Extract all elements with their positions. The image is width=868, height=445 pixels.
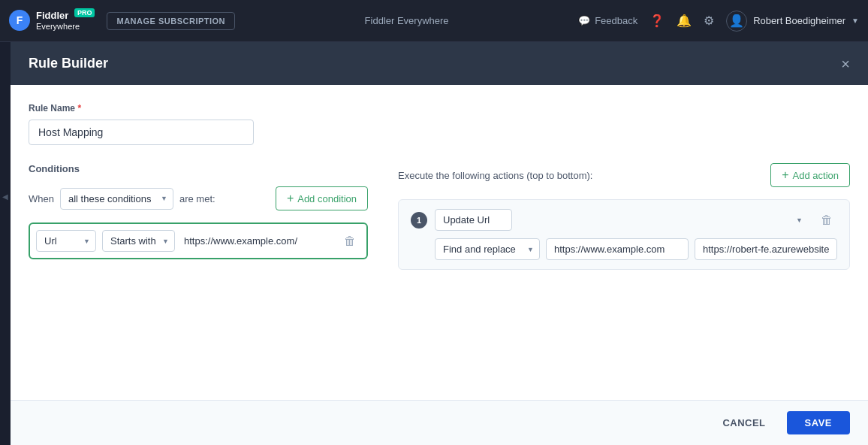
conditions-header: When all these conditions are met: + Add… bbox=[29, 186, 368, 210]
save-button[interactable]: SAVE bbox=[787, 411, 850, 434]
action-find-input[interactable] bbox=[546, 238, 689, 260]
user-name: Robert Boedigheimer bbox=[753, 15, 845, 26]
pro-badge: PRO bbox=[74, 8, 95, 17]
sidebar-arrow-icon: ◀ bbox=[2, 192, 8, 201]
modal-footer: CANCEL SAVE bbox=[11, 400, 868, 445]
action-row-top: 1 Update Url 🗑 bbox=[411, 209, 837, 231]
notification-icon[interactable]: 🔔 bbox=[677, 14, 692, 28]
modal-title: Rule Builder bbox=[29, 56, 108, 71]
logo-sub: Everywhere bbox=[36, 22, 95, 32]
cancel-button[interactable]: CANCEL bbox=[710, 411, 777, 434]
condition-type-dropdown[interactable]: Url bbox=[36, 230, 96, 252]
sidebar: ◀ bbox=[0, 42, 11, 445]
actions-section: Execute the following actions (top to bo… bbox=[398, 163, 850, 270]
rule-builder-modal: Rule Builder × Rule Name * Conditions Wh… bbox=[11, 42, 868, 445]
feedback-icon: 💬 bbox=[578, 15, 590, 26]
modal-header: Rule Builder × bbox=[11, 42, 868, 85]
conditions-dropdown-wrapper[interactable]: all these conditions bbox=[60, 188, 173, 210]
sections-row: Conditions When all these conditions are… bbox=[29, 163, 850, 270]
topbar-right: 💬 Feedback ❓ 🔔 ⚙ 👤 Robert Boedigheimer ▼ bbox=[578, 11, 859, 32]
settings-icon[interactable]: ⚙ bbox=[704, 14, 714, 28]
plus-icon-action: + bbox=[782, 168, 788, 182]
add-condition-button[interactable]: + Add condition bbox=[276, 186, 368, 210]
conditions-dropdown[interactable]: all these conditions bbox=[60, 188, 173, 210]
condition-operator-dropdown[interactable]: Starts with bbox=[102, 230, 175, 252]
plus-icon: + bbox=[287, 192, 294, 205]
action-sub-type-wrapper[interactable]: Find and replace bbox=[435, 238, 540, 260]
user-chevron-icon: ▼ bbox=[851, 17, 859, 25]
action-card: 1 Update Url 🗑 Find and rep bbox=[398, 199, 850, 270]
action-replace-input[interactable] bbox=[695, 238, 837, 260]
app-title: Fiddler Everywhere bbox=[235, 15, 578, 26]
condition-operator-wrapper[interactable]: Starts with bbox=[102, 230, 175, 252]
action-type-dropdown[interactable]: Update Url bbox=[435, 209, 512, 231]
action-type-wrapper[interactable]: Update Url bbox=[435, 209, 809, 231]
logo-area: F Fiddler PRO Everywhere bbox=[9, 9, 95, 32]
are-met-label: are met: bbox=[179, 193, 215, 204]
action-delete-icon[interactable]: 🗑 bbox=[816, 212, 837, 229]
actions-header: Execute the following actions (top to bo… bbox=[398, 163, 850, 187]
modal-close-button[interactable]: × bbox=[841, 56, 850, 71]
conditions-section: Conditions When all these conditions are… bbox=[29, 163, 368, 270]
add-action-button[interactable]: + Add action bbox=[770, 163, 850, 187]
logo-name: Fiddler PRO bbox=[36, 9, 95, 22]
action-number: 1 bbox=[411, 212, 427, 229]
main-area: Rule Builder × Rule Name * Conditions Wh… bbox=[11, 42, 868, 445]
feedback-button[interactable]: 💬 Feedback bbox=[578, 15, 637, 26]
condition-type-wrapper[interactable]: Url bbox=[36, 230, 96, 252]
condition-value-input[interactable] bbox=[181, 231, 333, 251]
execute-label: Execute the following actions (top to bo… bbox=[398, 170, 592, 181]
action-sub-type-dropdown[interactable]: Find and replace bbox=[435, 238, 540, 260]
condition-delete-icon[interactable]: 🗑 bbox=[339, 233, 360, 250]
help-icon[interactable]: ❓ bbox=[649, 14, 665, 28]
user-area[interactable]: 👤 Robert Boedigheimer ▼ bbox=[726, 11, 859, 32]
avatar: 👤 bbox=[726, 11, 747, 32]
condition-row: Url Starts with 🗑 bbox=[29, 222, 368, 259]
rule-name-input[interactable] bbox=[29, 120, 254, 145]
logo-icon: F bbox=[9, 10, 30, 31]
logo-text: Fiddler PRO Everywhere bbox=[36, 9, 95, 32]
modal-body: Rule Name * Conditions When all these co… bbox=[11, 85, 868, 400]
manage-subscription-button[interactable]: MANAGE SUBSCRIPTION bbox=[107, 12, 235, 30]
conditions-title: Conditions bbox=[29, 163, 368, 174]
when-label: When bbox=[29, 193, 54, 204]
rule-name-label: Rule Name * bbox=[29, 103, 850, 114]
topbar: F Fiddler PRO Everywhere MANAGE SUBSCRIP… bbox=[0, 0, 868, 42]
action-row-bottom: Find and replace bbox=[435, 238, 837, 260]
required-indicator: * bbox=[77, 103, 81, 114]
